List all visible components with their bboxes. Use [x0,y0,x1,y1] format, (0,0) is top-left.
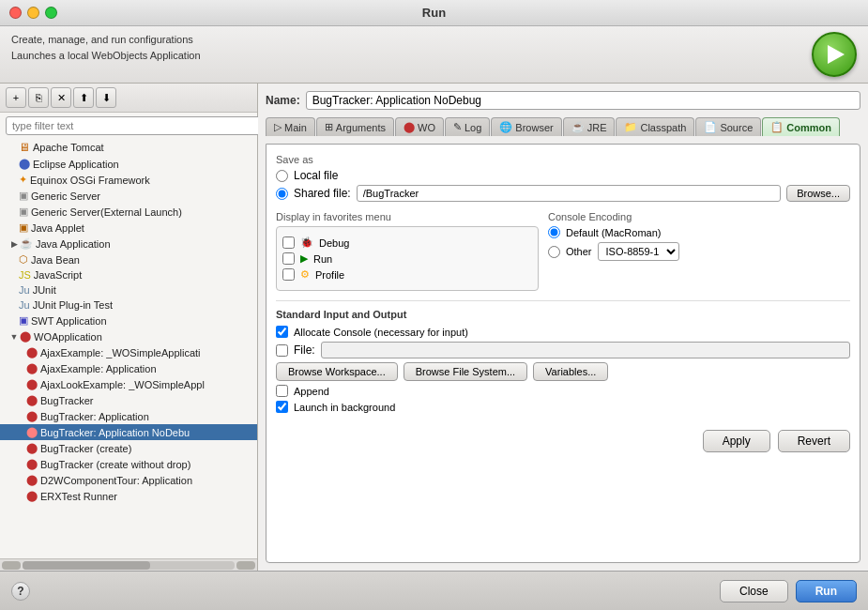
shared-file-radio[interactable] [276,188,288,200]
footer-buttons: Close Run [720,580,857,602]
file-label: File: [294,343,315,357]
duplicate-config-btn[interactable]: ⎘ [28,87,49,108]
save-as-section: Save as Local file Shared file: Browse..… [276,154,850,202]
tree-item-bugtracker-nodebug[interactable]: ⬤ BugTracker: Application NoDebu [0,424,257,440]
tree-item-bugtracker-create-nodrop[interactable]: ⬤ BugTracker (create without drop) [0,456,257,472]
close-btn[interactable]: Close [720,580,788,602]
tabs-bar: ▷ Main ⊞ Arguments ⬤ WO ✎ Log 🌐 Brows [266,117,860,136]
tree-item-javascript[interactable]: JS JavaScript [0,267,257,282]
delete-config-btn[interactable]: ✕ [51,87,71,108]
left-panel-scrollbar[interactable] [0,558,257,571]
bottom-bar: Apply Revert [276,426,850,452]
shared-file-browse-btn[interactable]: Browse... [786,185,850,202]
tree-item-java-applet[interactable]: ▣ Java Applet [0,220,257,236]
run-footer-btn[interactable]: Run [796,580,857,602]
tree-item-java-bean[interactable]: ⬡ Java Bean [0,252,257,267]
browser-tab-icon: 🌐 [499,121,512,133]
file-checkbox[interactable] [276,344,288,357]
main-tab-icon: ▷ [274,121,282,133]
tree-item-ajax-app[interactable]: ⬤ AjaxExample: Application [0,360,257,376]
fav-run-checkbox[interactable] [282,252,295,265]
tree-item-ajax-simple[interactable]: ⬤ AjaxExample: _WOSimpleApplicati [0,344,257,360]
tab-log[interactable]: ✎ Log [445,117,490,136]
shared-file-row: Shared file: Browse... [276,185,850,202]
fav-debug-checkbox[interactable] [282,236,295,249]
fav-profile-checkbox[interactable] [282,268,295,281]
tree-item-eclipse-app[interactable]: ⬤ Eclipse Application [0,156,257,172]
common-tab-icon: 📋 [770,121,784,133]
tab-source[interactable]: 📄 Source [695,117,761,136]
tab-arguments[interactable]: ⊞ Arguments [316,117,394,136]
expand-java-app-icon: ▶ [9,239,19,249]
launch-row: Launch in background [276,401,850,413]
new-config-btn[interactable]: + [6,87,26,108]
launch-background-checkbox[interactable] [276,401,288,413]
expand-wo-icon: ▼ [9,332,19,342]
tree-item-woapplication[interactable]: ▼ ⬤ WOApplication [0,328,257,344]
scroll-right-btn[interactable] [236,561,255,570]
browse-filesystem-btn[interactable]: Browse File System... [404,362,527,381]
tab-jre[interactable]: ☕ JRE [563,117,616,136]
help-button[interactable]: ? [11,582,30,601]
revert-btn[interactable]: Revert [778,430,850,452]
arguments-tab-icon: ⊞ [325,121,333,133]
window-title: Run [422,6,446,20]
scroll-thumb[interactable] [23,561,150,570]
tab-common[interactable]: 📋 Common [762,117,840,136]
append-checkbox[interactable] [276,385,288,397]
tree-item-generic-server-ext[interactable]: ▣ Generic Server(External Launch) [0,204,257,220]
shared-file-input[interactable] [357,185,781,202]
fav-debug-label: Debug [319,237,349,249]
favorites-debug: 🐞 Debug [282,236,532,249]
run-button[interactable] [812,32,857,77]
right-panel: Name: ▷ Main ⊞ Arguments ⬤ WO ✎ [258,84,868,571]
tree-item-bugtracker[interactable]: ⬤ BugTracker [0,392,257,408]
tab-browser[interactable]: 🌐 Browser [491,117,561,136]
fav-profile-label: Profile [315,269,344,281]
append-row: Append [276,385,850,397]
tab-main[interactable]: ▷ Main [266,117,315,136]
tab-wo[interactable]: ⬤ WO [395,117,444,136]
filter-input[interactable] [6,116,263,135]
tree-item-apache-tomcat[interactable]: 🖥 Apache Tomcat [0,139,257,156]
shared-file-label: Shared file: [294,187,351,200]
variables-btn[interactable]: Variables... [533,362,608,381]
save-as-label: Save as [276,154,850,165]
tree-item-ajaxlook[interactable]: ⬤ AjaxLookExample: _WOSimpleAppl [0,376,257,392]
maximize-window-btn[interactable] [45,7,57,19]
tree-item-d2w[interactable]: ⬤ D2WComponentTour: Application [0,472,257,488]
tree-item-bugtracker-create[interactable]: ⬤ BugTracker (create) [0,440,257,456]
import-config-btn[interactable]: ⬇ [96,87,116,108]
encoding-select[interactable]: ISO-8859-1 UTF-8 US-ASCII [598,242,679,261]
launch-label: Launch in background [294,402,395,413]
top-bar-description: Create, manage, and run configurations L… [11,32,201,63]
export-config-btn[interactable]: ⬆ [73,87,94,108]
local-file-radio[interactable] [276,170,288,182]
browse-workspace-btn[interactable]: Browse Workspace... [276,362,398,381]
tree-item-erxtest[interactable]: ⬤ ERXTest Runner [0,488,257,504]
tree-item-generic-server[interactable]: ▣ Generic Server [0,188,257,204]
tree-item-junit-plugin[interactable]: Ju JUnit Plug-in Test [0,297,257,313]
tree-item-java-app[interactable]: ▶ ☕ Java Application [0,236,257,252]
window-controls[interactable] [9,7,57,19]
allocate-console-checkbox[interactable] [276,326,288,338]
scroll-left-btn[interactable] [2,561,21,570]
other-encoding-radio[interactable] [548,246,560,258]
left-panel: + ⎘ ✕ ⬆ ⬇ 🖥 Apache Tomcat ⬤ Eclipse A [0,84,258,571]
tree-item-equinox[interactable]: ✦ Equinox OSGi Framework [0,172,257,188]
minimize-window-btn[interactable] [27,7,39,19]
allocate-console-row: Allocate Console (necessary for input) [276,326,850,338]
tab-classpath[interactable]: 📁 Classpath [616,117,694,136]
apply-btn[interactable]: Apply [703,430,770,452]
tree-item-swt[interactable]: ▣ SWT Application [0,313,257,328]
scroll-track[interactable] [23,561,235,570]
classpath-tab-icon: 📁 [624,121,637,133]
tree-item-bugtracker-app[interactable]: ⬤ BugTracker: Application [0,408,257,424]
favorites-section: Display in favorites menu 🐞 Debug ▶ Run [276,211,539,291]
close-window-btn[interactable] [9,7,22,19]
tree-item-junit[interactable]: Ju JUnit [0,282,257,297]
footer: ? Close Run [0,571,868,610]
file-path-input[interactable] [321,342,850,358]
name-input[interactable] [306,91,860,110]
default-encoding-radio[interactable] [548,226,560,238]
